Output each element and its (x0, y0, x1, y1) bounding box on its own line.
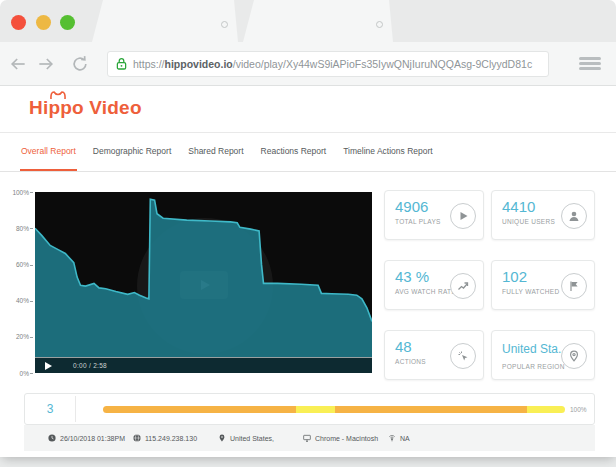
report-body: 100% 80% 60% 40% 20% 0% 0:00 / 2:58 (0, 172, 616, 457)
y-axis-tick: 80% (6, 225, 33, 232)
browser-tab-1[interactable] (92, 0, 238, 42)
tab-close-icon[interactable] (376, 21, 383, 28)
time-display: 0:00 / 2:58 (73, 362, 107, 369)
progress-percent-label: 100% (570, 406, 587, 413)
watch-progress-bar[interactable] (103, 406, 565, 413)
progress-segment (335, 406, 527, 413)
menu-icon[interactable] (579, 55, 601, 73)
tab-shared-report[interactable]: Shared Report (187, 133, 244, 171)
address-bar[interactable]: https://hippovideo.io/video/play/Xy44wS9… (107, 51, 549, 77)
secure-lock-icon (116, 57, 127, 70)
play-button[interactable] (45, 362, 52, 370)
network-icon (388, 434, 396, 442)
map-pin-icon (561, 343, 587, 369)
site-header: Hippo Video (0, 86, 616, 133)
stat-card-avg-watch-rate[interactable]: 43 % AVG WATCH RATE (384, 260, 484, 310)
meta-timestamp: 26/10/2018 01:38PM (48, 434, 133, 442)
y-axis-tick: 60% (6, 261, 33, 268)
browser-tab-2[interactable] (243, 0, 393, 42)
divider (75, 396, 76, 422)
meta-ip-address: 115.249.238.130 (133, 434, 218, 442)
url-text: https://hippovideo.io/video/play/Xy44wS9… (133, 58, 532, 70)
clock-icon (48, 434, 56, 442)
refresh-icon[interactable] (70, 54, 90, 74)
viewer-meta-strip: 26/10/2018 01:38PM 115.249.238.130 Unite… (24, 425, 595, 451)
y-axis-tick: 100% (6, 189, 33, 196)
player-controls: 0:00 / 2:58 (35, 357, 372, 373)
report-tab-bar: Overall Report Demographic Report Shared… (0, 133, 616, 172)
user-icon (561, 203, 587, 229)
viewer-count: 3 (25, 402, 75, 416)
y-axis-tick: 0% (6, 370, 33, 377)
hippo-ears-icon (49, 90, 67, 99)
globe-icon (133, 434, 141, 442)
play-icon (450, 203, 476, 229)
y-axis-tick: 20% (6, 333, 33, 340)
tab-reactions-report[interactable]: Reactions Report (260, 133, 328, 171)
meta-location: United States, (218, 434, 303, 442)
map-pin-icon (218, 434, 226, 442)
tab-overall-report[interactable]: Overall Report (20, 133, 77, 171)
stats-grid: 4906 TOTAL PLAYS 4410 UNIQUE USERS 43 % … (384, 190, 595, 380)
back-icon[interactable] (8, 54, 28, 74)
hippo-video-logo[interactable]: Hippo Video (29, 97, 142, 119)
y-axis-tick: 40% (6, 297, 33, 304)
watch-curve-area (35, 199, 372, 357)
tab-close-icon[interactable] (221, 21, 228, 28)
minimize-window-button[interactable] (36, 15, 51, 30)
tab-demographic-report[interactable]: Demographic Report (92, 133, 172, 171)
page-content: Hippo Video Overall Report Demographic R… (0, 85, 616, 457)
stat-card-actions[interactable]: 48 ACTIONS (384, 330, 484, 380)
tab-timeline-actions-report[interactable]: Timeline Actions Report (342, 133, 433, 171)
progress-segment (103, 406, 296, 413)
watch-curve-svg (35, 192, 372, 357)
meta-browser-os: Chrome - Macintosh (303, 434, 388, 442)
viewer-row[interactable]: 3 100% (24, 393, 595, 425)
browser-toolbar: https://hippovideo.io/video/play/Xy44wS9… (0, 42, 616, 85)
progress-segment (527, 406, 565, 413)
stat-card-total-plays[interactable]: 4906 TOTAL PLAYS (384, 190, 484, 240)
stat-card-popular-region[interactable]: United Sta.. POPULAR REGION (491, 330, 595, 380)
flag-icon (561, 273, 587, 299)
stat-card-unique-users[interactable]: 4410 UNIQUE USERS (491, 190, 595, 240)
monitor-icon (303, 434, 311, 442)
meta-network: NA (388, 434, 473, 442)
browser-window: https://hippovideo.io/video/play/Xy44wS9… (0, 0, 616, 457)
browser-chrome (0, 0, 616, 42)
forward-icon[interactable] (36, 54, 56, 74)
cursor-click-icon (450, 343, 476, 369)
progress-segment (296, 406, 336, 413)
close-window-button[interactable] (11, 15, 26, 30)
video-player[interactable]: 0:00 / 2:58 (35, 192, 372, 373)
trend-icon (450, 273, 476, 299)
maximize-window-button[interactable] (60, 15, 75, 30)
stat-card-fully-watched[interactable]: 102 FULLY WATCHED (491, 260, 595, 310)
